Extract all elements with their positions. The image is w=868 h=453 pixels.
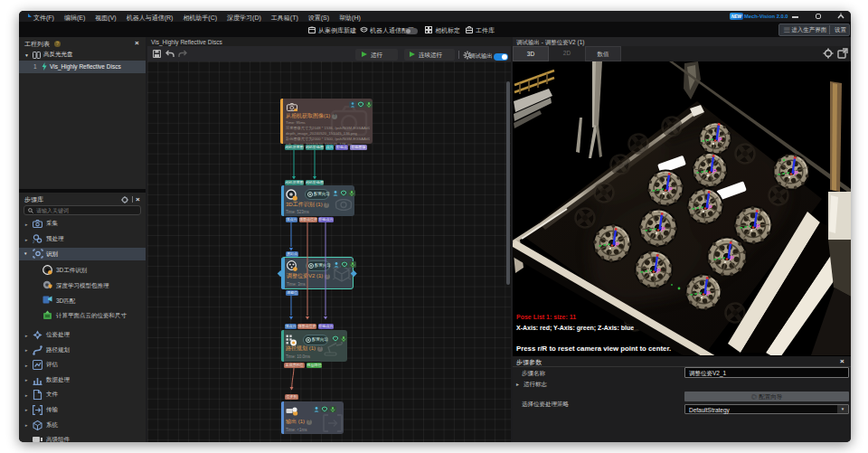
svg-text:2: 2 bbox=[33, 240, 35, 243]
